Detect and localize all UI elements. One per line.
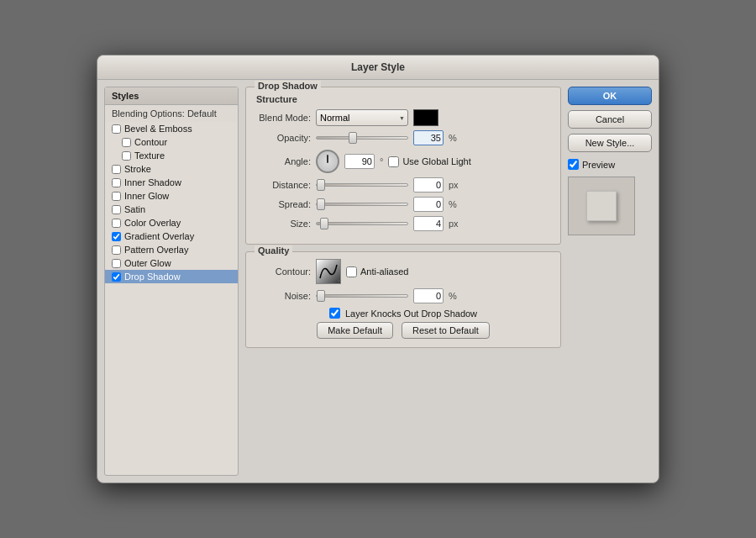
sidebar-item-color-overlay[interactable]: Color Overlay — [105, 216, 238, 229]
sidebar-item-drop-shadow[interactable]: Drop Shadow — [105, 270, 238, 283]
texture-checkbox[interactable] — [122, 151, 131, 161]
anti-aliased-checkbox[interactable] — [346, 266, 357, 277]
outer-glow-checkbox[interactable] — [112, 259, 121, 268]
blending-options-item[interactable]: Blending Options: Default — [105, 105, 238, 122]
ok-button[interactable]: OK — [568, 87, 652, 105]
color-overlay-label: Color Overlay — [124, 218, 181, 228]
contour-row-label: Contour: — [256, 266, 311, 277]
contour-row: Contour: — [256, 259, 550, 284]
contour-label: Contour — [134, 137, 167, 147]
satin-label: Satin — [124, 204, 145, 214]
opacity-thumb[interactable] — [349, 132, 357, 144]
spread-label: Spread: — [256, 199, 311, 209]
spread-slider[interactable] — [316, 203, 408, 206]
drop-shadow-section-title: Drop Shadow — [255, 81, 321, 91]
drop-shadow-label: Drop Shadow — [124, 272, 181, 282]
knocks-out-checkbox[interactable] — [329, 308, 340, 319]
angle-row: Angle: ° Use Global Light — [256, 150, 550, 173]
drop-shadow-checkbox[interactable] — [112, 272, 121, 282]
opacity-slider[interactable] — [316, 136, 408, 140]
gradient-overlay-label: Gradient Overlay — [124, 231, 194, 241]
size-row: Size: px — [256, 216, 550, 231]
size-unit: px — [449, 219, 459, 229]
preview-checkbox[interactable] — [568, 159, 579, 170]
noise-thumb[interactable] — [317, 290, 325, 302]
opacity-unit: % — [449, 133, 457, 143]
knocks-out-label: Layer Knocks Out Drop Shadow — [345, 309, 477, 319]
texture-label: Texture — [134, 150, 165, 161]
layer-style-dialog: Layer Style Styles Blending Options: Def… — [97, 55, 659, 483]
blend-mode-select[interactable]: Normal Multiply Screen Overlay — [316, 109, 408, 126]
pattern-overlay-label: Pattern Overlay — [124, 245, 188, 255]
cancel-button[interactable]: Cancel — [568, 110, 652, 129]
noise-slider[interactable] — [316, 294, 408, 298]
sidebar-item-satin[interactable]: Satin — [105, 203, 238, 216]
anti-aliased-text: Anti-aliased — [360, 266, 408, 277]
color-overlay-checkbox[interactable] — [112, 219, 121, 228]
angle-dial[interactable] — [316, 150, 339, 173]
use-global-light-label[interactable]: Use Global Light — [388, 156, 470, 167]
angle-input[interactable] — [344, 154, 375, 169]
quality-section: Quality Contour: — [245, 251, 561, 348]
sidebar-item-pattern-overlay[interactable]: Pattern Overlay — [105, 243, 238, 256]
inner-shadow-label: Inner Shadow — [124, 177, 181, 187]
contour-picker[interactable] — [316, 259, 341, 284]
drop-shadow-section: Drop Shadow Structure Blend Mode: Normal… — [245, 87, 561, 245]
satin-checkbox[interactable] — [112, 205, 121, 214]
noise-row: Noise: % — [256, 288, 550, 303]
size-slider[interactable] — [316, 222, 408, 225]
noise-unit: % — [449, 291, 457, 301]
preview-label: Preview — [582, 160, 615, 170]
use-global-light-checkbox[interactable] — [388, 156, 399, 167]
stroke-checkbox[interactable] — [112, 165, 121, 174]
noise-label: Noise: — [256, 291, 311, 301]
inner-glow-label: Inner Glow — [124, 191, 169, 201]
make-default-button[interactable]: Make Default — [317, 322, 393, 339]
size-thumb[interactable] — [320, 218, 328, 229]
new-style-button[interactable]: New Style... — [568, 134, 652, 152]
opacity-row: Opacity: % — [256, 130, 550, 145]
distance-input[interactable] — [413, 177, 444, 193]
opacity-input[interactable] — [413, 130, 444, 145]
sidebar-item-outer-glow[interactable]: Outer Glow — [105, 256, 238, 270]
action-panel: OK Cancel New Style... Preview — [568, 87, 652, 476]
inner-glow-checkbox[interactable] — [112, 192, 121, 201]
reset-default-button[interactable]: Reset to Default — [402, 322, 490, 339]
noise-input[interactable] — [413, 288, 444, 303]
size-input[interactable] — [413, 216, 444, 231]
sidebar-item-contour[interactable]: Contour — [105, 135, 238, 149]
spread-input[interactable] — [413, 197, 444, 212]
main-content: Drop Shadow Structure Blend Mode: Normal… — [245, 87, 561, 476]
distance-thumb[interactable] — [317, 179, 325, 191]
gradient-overlay-checkbox[interactable] — [112, 232, 121, 241]
stroke-label: Stroke — [124, 164, 151, 174]
contour-checkbox[interactable] — [122, 138, 131, 147]
preview-square — [586, 191, 617, 221]
size-label: Size: — [256, 219, 311, 229]
sidebar-item-bevel-emboss[interactable]: Bevel & Emboss — [105, 122, 238, 135]
sidebar-item-inner-glow[interactable]: Inner Glow — [105, 189, 238, 203]
knocks-out-row: Layer Knocks Out Drop Shadow — [256, 308, 550, 319]
shadow-color-swatch[interactable] — [413, 109, 438, 126]
sidebar-item-inner-shadow[interactable]: Inner Shadow — [105, 176, 238, 189]
blend-mode-label: Blend Mode: — [256, 113, 311, 123]
distance-slider[interactable] — [316, 183, 408, 187]
anti-aliased-label[interactable]: Anti-aliased — [346, 266, 408, 277]
distance-row: Distance: px — [256, 177, 550, 193]
distance-label: Distance: — [256, 180, 311, 190]
blend-mode-row: Blend Mode: Normal Multiply Screen Overl… — [256, 109, 550, 126]
spread-row: Spread: % — [256, 197, 550, 212]
dialog-title: Layer Style — [97, 55, 659, 80]
spread-thumb[interactable] — [317, 198, 325, 210]
inner-shadow-checkbox[interactable] — [112, 178, 121, 187]
pattern-overlay-checkbox[interactable] — [112, 245, 121, 255]
outer-glow-label: Outer Glow — [124, 258, 171, 268]
opacity-label: Opacity: — [256, 133, 311, 143]
use-global-light-text: Use Global Light — [402, 156, 470, 166]
sidebar-item-stroke[interactable]: Stroke — [105, 162, 238, 176]
sidebar-item-gradient-overlay[interactable]: Gradient Overlay — [105, 229, 238, 243]
blend-mode-wrapper[interactable]: Normal Multiply Screen Overlay — [316, 109, 408, 126]
bevel-emboss-checkbox[interactable] — [112, 124, 121, 134]
preview-row: Preview — [568, 159, 652, 170]
sidebar-item-texture[interactable]: Texture — [105, 149, 238, 162]
